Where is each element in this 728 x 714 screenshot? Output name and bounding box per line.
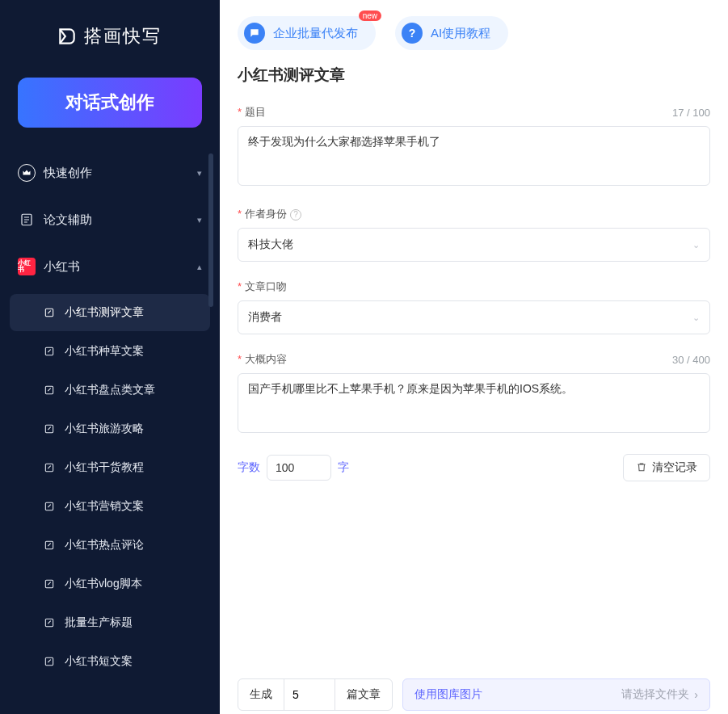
svg-point-11 xyxy=(253,32,254,32)
footer: 生成 篇文章 使用图库图片 请选择文件夹 › xyxy=(220,670,728,714)
sidebar-item-comments[interactable]: 小红书热点评论 xyxy=(10,527,210,564)
crown-icon xyxy=(18,164,36,182)
sidebar-item-tutorial[interactable]: 小红书干货教程 xyxy=(10,449,210,486)
form-area: 小红书测评文章 *题目 17 / 100 *作者身份? 科技大佬 ⌄ *文章口吻 xyxy=(220,57,728,670)
sidebar: 搭画快写 对话式创作 快速创作 ▾ 论文辅助 ▾ 小红书 小红书 ▴ xyxy=(0,0,220,714)
edit-icon xyxy=(44,384,55,396)
generate-count-input[interactable] xyxy=(284,679,335,710)
pill-label: AI使用教程 xyxy=(431,26,490,41)
trash-icon xyxy=(636,461,647,475)
sidebar-item-review[interactable]: 小红书测评文章 xyxy=(10,294,210,331)
select-value: 科技大佬 xyxy=(248,237,293,252)
link-enterprise-publish[interactable]: 企业批量代发布 new xyxy=(238,16,376,50)
edit-icon xyxy=(44,307,55,318)
sidebar-item-seed[interactable]: 小红书种草文案 xyxy=(10,333,210,370)
sidebar-item-batchtitle[interactable]: 批量生产标题 xyxy=(10,604,210,641)
char-counter: 30 / 400 xyxy=(672,354,710,366)
brand-logo[interactable]: 搭画快写 xyxy=(0,0,220,66)
field-label: *作者身份? xyxy=(238,207,301,221)
nav-group-label: 小红书 xyxy=(44,259,189,275)
page-title: 小红书测评文章 xyxy=(238,65,710,86)
sidebar-item-label: 小红书种草文案 xyxy=(65,344,144,359)
generate-label-left: 生成 xyxy=(238,687,284,702)
xiaohongshu-icon: 小红书 xyxy=(18,258,36,275)
wordcount-input[interactable] xyxy=(267,455,331,481)
brand-icon xyxy=(57,26,78,47)
field-tone: *文章口吻 消费者 ⌄ xyxy=(238,279,710,334)
link-ai-tutorial[interactable]: ? AI使用教程 xyxy=(395,16,508,50)
edit-icon xyxy=(44,462,55,473)
sidebar-item-label: 小红书vlog脚本 xyxy=(65,577,142,591)
main-panel: 企业批量代发布 new ? AI使用教程 小红书测评文章 *题目 17 / 10… xyxy=(220,0,728,714)
sidebar-item-label: 小红书热点评论 xyxy=(65,538,144,552)
wordcount-label-left: 字数 xyxy=(238,460,260,475)
field-author: *作者身份? 科技大佬 ⌄ xyxy=(238,207,710,262)
field-label: *文章口吻 xyxy=(238,279,287,294)
sidebar-scrollbar[interactable] xyxy=(208,153,213,307)
edit-icon xyxy=(44,656,55,667)
required-star: * xyxy=(238,106,242,118)
edit-icon xyxy=(44,540,55,551)
topbar: 企业批量代发布 new ? AI使用教程 xyxy=(220,0,728,57)
xhs-sublist: 小红书测评文章 小红书种草文案 小红书盘点类文章 小红书旅游攻略 小红书干货教程… xyxy=(10,294,210,680)
pill-label: 企业批量代发布 xyxy=(273,26,358,41)
nav-group-label: 快速创作 xyxy=(44,166,189,181)
generate-count-box: 生成 篇文章 xyxy=(238,678,393,711)
sidebar-item-short[interactable]: 小红书短文案 xyxy=(10,643,210,680)
chevron-down-icon: ⌄ xyxy=(692,313,700,323)
field-label: *题目 xyxy=(238,105,266,120)
sidebar-item-label: 小红书测评文章 xyxy=(65,305,144,320)
edit-icon xyxy=(44,578,55,590)
required-star: * xyxy=(238,208,242,220)
svg-point-13 xyxy=(255,32,256,32)
outline-input[interactable] xyxy=(238,373,710,433)
wordcount-control: 字数 字 xyxy=(238,455,349,481)
sidebar-item-label: 小红书短文案 xyxy=(65,654,133,669)
field-label-row: *作者身份? xyxy=(238,207,710,221)
gallery-placeholder-wrap: 请选择文件夹 › xyxy=(621,687,698,702)
author-select[interactable]: 科技大佬 ⌄ xyxy=(238,228,710,262)
sidebar-item-vlog[interactable]: 小红书vlog脚本 xyxy=(10,565,210,603)
dialog-create-button[interactable]: 对话式创作 xyxy=(18,78,202,128)
wordcount-label-right: 字 xyxy=(338,460,349,475)
wordcount-row: 字数 字 清空记录 xyxy=(238,454,710,481)
char-counter: 17 / 100 xyxy=(672,107,710,119)
clear-history-button[interactable]: 清空记录 xyxy=(623,454,710,481)
edit-icon xyxy=(44,423,55,435)
brand-name: 搭画快写 xyxy=(84,24,162,48)
edit-icon xyxy=(44,617,55,628)
field-label-row: *题目 17 / 100 xyxy=(238,105,710,120)
nav-group-xiaohongshu[interactable]: 小红书 小红书 ▴ xyxy=(10,247,210,286)
nav-group-label: 论文辅助 xyxy=(44,212,189,228)
chevron-down-icon: ⌄ xyxy=(692,240,700,250)
sidebar-item-marketing[interactable]: 小红书营销文案 xyxy=(10,488,210,525)
required-star: * xyxy=(238,280,242,292)
tone-select[interactable]: 消费者 ⌄ xyxy=(238,300,710,334)
field-topic: *题目 17 / 100 xyxy=(238,105,710,189)
sidebar-item-travel[interactable]: 小红书旅游攻略 xyxy=(10,410,210,447)
chevron-down-icon: ▾ xyxy=(197,215,202,225)
sidebar-item-label: 小红书营销文案 xyxy=(65,499,144,514)
gallery-label: 使用图库图片 xyxy=(414,687,482,702)
dialog-create-label: 对话式创作 xyxy=(65,90,154,115)
edit-icon xyxy=(44,346,55,357)
generate-label-right: 篇文章 xyxy=(335,687,392,702)
nav-group-thesis[interactable]: 论文辅助 ▾ xyxy=(10,200,210,239)
document-icon xyxy=(18,211,36,229)
sidebar-item-list[interactable]: 小红书盘点类文章 xyxy=(10,372,210,409)
field-outline: *大概内容 30 / 400 xyxy=(238,352,710,436)
sidebar-item-label: 小红书旅游攻略 xyxy=(65,422,144,436)
gallery-folder-select[interactable]: 使用图库图片 请选择文件夹 › xyxy=(402,678,710,711)
topic-input[interactable] xyxy=(238,126,710,186)
sidebar-item-label: 小红书干货教程 xyxy=(65,460,144,475)
field-label: *大概内容 xyxy=(238,352,287,367)
nav-group-quickcreate[interactable]: 快速创作 ▾ xyxy=(10,153,210,192)
gallery-placeholder: 请选择文件夹 xyxy=(621,687,689,702)
help-icon[interactable]: ? xyxy=(290,209,301,220)
sidebar-nav: 快速创作 ▾ 论文辅助 ▾ 小红书 小红书 ▴ 小红书测评文章 小红书种草文案 xyxy=(0,145,220,714)
required-star: * xyxy=(238,353,242,365)
chevron-down-icon: ▾ xyxy=(197,168,202,178)
clear-label: 清空记录 xyxy=(652,460,697,475)
new-badge: new xyxy=(359,10,381,21)
field-label-row: *大概内容 30 / 400 xyxy=(238,352,710,367)
